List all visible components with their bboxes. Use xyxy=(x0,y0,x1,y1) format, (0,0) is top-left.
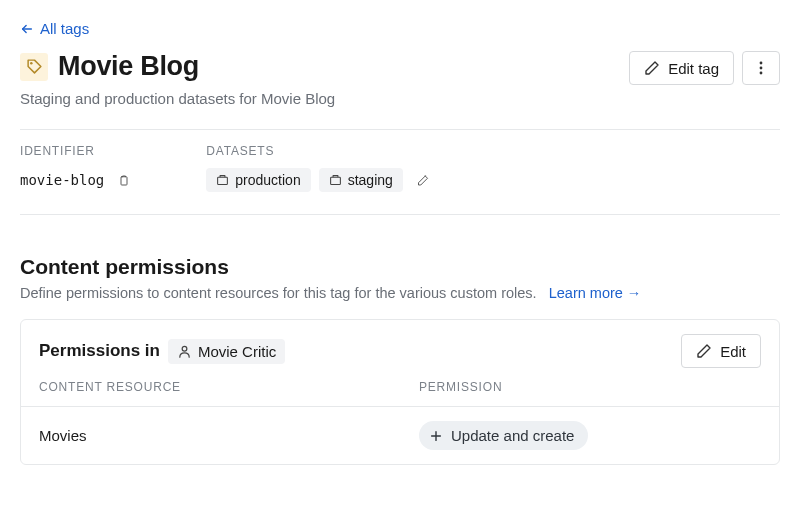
clipboard-icon xyxy=(118,173,130,188)
table-row: Movies Update and create xyxy=(21,406,779,464)
divider xyxy=(20,214,780,215)
dataset-icon xyxy=(329,174,342,187)
learn-more-link[interactable]: Learn more → xyxy=(549,285,642,301)
svg-point-0 xyxy=(30,62,33,65)
svg-rect-5 xyxy=(218,177,228,184)
page-title: Movie Blog xyxy=(58,51,199,82)
svg-point-7 xyxy=(182,346,187,351)
edit-permissions-button[interactable]: Edit xyxy=(681,334,761,368)
svg-point-1 xyxy=(760,62,763,65)
pencil-icon xyxy=(644,60,660,76)
identifier-label: IDENTIFIER xyxy=(20,144,136,158)
permissions-title-prefix: Permissions in xyxy=(39,341,160,361)
dataset-chip: production xyxy=(206,168,310,192)
pencil-icon xyxy=(417,173,429,188)
arrow-left-icon xyxy=(20,22,34,36)
edit-tag-label: Edit tag xyxy=(668,61,719,76)
role-name: Movie Critic xyxy=(198,343,276,360)
user-icon xyxy=(177,344,192,359)
edit-permissions-label: Edit xyxy=(720,344,746,359)
content-permissions-heading: Content permissions xyxy=(20,255,780,279)
identifier-value: movie-blog xyxy=(20,172,104,188)
back-link-label: All tags xyxy=(40,20,89,37)
svg-point-2 xyxy=(760,67,763,70)
copy-identifier-button[interactable] xyxy=(112,168,136,192)
edit-tag-button[interactable]: Edit tag xyxy=(629,51,734,85)
datasets-label: DATASETS xyxy=(206,144,435,158)
resource-cell: Movies xyxy=(39,427,419,444)
pencil-icon xyxy=(696,343,712,359)
column-header-permission: PERMISSION xyxy=(419,380,761,394)
more-actions-button[interactable] xyxy=(742,51,780,85)
plus-icon xyxy=(429,429,443,443)
tag-icon xyxy=(20,53,48,81)
svg-point-3 xyxy=(760,72,763,75)
divider xyxy=(20,129,780,130)
content-permissions-description: Define permissions to content resources … xyxy=(20,285,537,301)
permission-pill[interactable]: Update and create xyxy=(419,421,588,450)
role-chip: Movie Critic xyxy=(168,339,285,364)
page-subtitle: Staging and production datasets for Movi… xyxy=(20,90,335,107)
edit-datasets-button[interactable] xyxy=(411,168,435,192)
dataset-chip: staging xyxy=(319,168,403,192)
svg-rect-4 xyxy=(121,176,127,184)
dataset-chip-label: production xyxy=(235,172,300,188)
permissions-card: Permissions in Movie Critic Edit CONTENT… xyxy=(20,319,780,465)
dataset-icon xyxy=(216,174,229,187)
dataset-chip-label: staging xyxy=(348,172,393,188)
permission-label: Update and create xyxy=(451,427,574,444)
column-header-resource: CONTENT RESOURCE xyxy=(39,380,419,394)
dots-vertical-icon xyxy=(753,60,769,76)
svg-rect-6 xyxy=(330,177,340,184)
back-to-all-tags-link[interactable]: All tags xyxy=(20,20,89,37)
